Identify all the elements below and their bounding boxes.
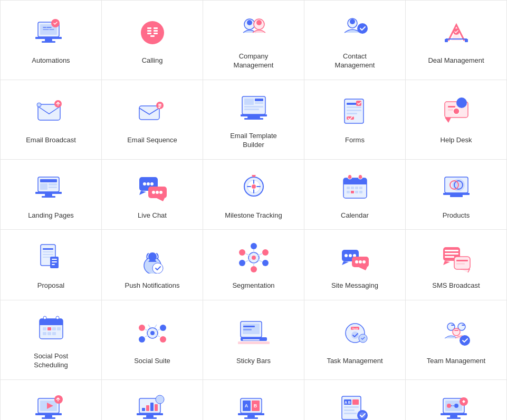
svg-rect-83 — [359, 187, 362, 189]
svg-rect-171 — [42, 417, 55, 419]
svg-rect-95 — [43, 248, 53, 250]
grid-item-sms-broadcast[interactable]: SMS Broadcast — [406, 230, 507, 300]
workflows-icon — [438, 389, 475, 420]
svg-rect-193 — [352, 399, 359, 405]
grid-item-calendar[interactable]: Calendar — [304, 160, 406, 230]
svg-rect-22 — [445, 39, 448, 42]
grid-item-email-template-builder[interactable]: Email TemplateBuilder — [203, 80, 304, 160]
grid-item-custom-reporting[interactable]: A B Custom Reporting — [304, 380, 406, 420]
svg-rect-150 — [243, 339, 260, 340]
svg-point-50 — [453, 108, 460, 114]
sticky-bars-icon — [235, 315, 272, 351]
svg-point-146 — [139, 336, 145, 343]
svg-rect-37 — [244, 109, 259, 110]
grid-item-segmentation[interactable]: Segmentation — [203, 230, 304, 300]
social-post-scheduling-label: Social PostScheduling — [34, 352, 68, 370]
calendar-label: Calendar — [341, 211, 369, 220]
grid-item-landing-pages[interactable]: Landing Pages — [1, 160, 102, 230]
svg-point-145 — [160, 336, 166, 343]
svg-rect-47 — [356, 101, 361, 106]
grid-item-company-management[interactable]: CompanyManagement — [203, 1, 304, 80]
site-messaging-label: Site Messaging — [331, 281, 378, 290]
svg-point-108 — [251, 243, 257, 249]
email-sequence-icon — [134, 94, 171, 131]
grid-item-email-sequence[interactable]: Email Sequence — [102, 80, 203, 160]
grid-item-task-management[interactable]: Task Task Management — [304, 300, 406, 380]
grid-item-email-broadcast[interactable]: Email Broadcast — [1, 80, 102, 160]
svg-rect-60 — [42, 196, 55, 198]
team-management-label: Team Management — [427, 357, 485, 366]
svg-point-121 — [362, 260, 366, 263]
grid-item-workflows[interactable]: Workflows — [406, 380, 507, 420]
grid-item-sticky-bars[interactable]: Sticky Bars — [203, 300, 304, 380]
automations-label: Automations — [32, 56, 70, 65]
svg-rect-84 — [347, 191, 350, 193]
grid-item-social-post-scheduling[interactable]: Social PostScheduling — [1, 300, 102, 380]
grid-item-milestone-tracking[interactable]: Milestone Tracking — [203, 160, 304, 230]
svg-rect-128 — [456, 263, 465, 265]
grid-item-calling[interactable]: Calling — [102, 1, 203, 80]
grid-item-deal-management[interactable]: Deal Management — [406, 1, 507, 80]
svg-rect-92 — [443, 193, 470, 195]
svg-rect-124 — [445, 253, 458, 255]
svg-point-120 — [359, 260, 362, 263]
svg-rect-9 — [147, 33, 151, 34]
svg-text:B: B — [253, 403, 257, 408]
contact-management-icon — [337, 10, 374, 47]
svg-rect-56 — [49, 183, 57, 185]
svg-point-143 — [139, 325, 145, 331]
calling-label: Calling — [142, 56, 163, 65]
svg-rect-153 — [238, 341, 270, 344]
grid-item-web-analytics[interactable]: Web Analytics — [102, 380, 203, 420]
svg-rect-51 — [448, 106, 455, 108]
segmentation-icon — [235, 239, 272, 276]
grid-item-push-notifications[interactable]: Push Notifications — [102, 230, 203, 300]
grid-item-forms[interactable]: Forms — [304, 80, 406, 160]
svg-point-110 — [262, 260, 269, 266]
sms-broadcast-icon — [438, 239, 475, 276]
svg-rect-100 — [52, 259, 57, 260]
grid-item-automations[interactable]: Automations — [1, 1, 102, 80]
grid-item-site-messaging[interactable]: Site Messaging — [304, 230, 406, 300]
forms-icon — [337, 94, 374, 131]
automations-icon — [33, 14, 70, 51]
live-chat-label: Live Chat — [138, 211, 167, 220]
svg-rect-58 — [35, 192, 62, 194]
svg-point-71 — [252, 184, 256, 189]
grid-item-products[interactable]: Products — [406, 160, 507, 230]
help-desk-icon — [438, 94, 475, 131]
grid-item-team-management[interactable]: Team Management — [406, 300, 507, 380]
svg-rect-132 — [43, 327, 46, 330]
video-templates-icon — [33, 389, 70, 420]
grid-item-video-templates[interactable]: Video Templates — [1, 380, 102, 420]
grid-item-social-suite[interactable]: Social Suite — [102, 300, 203, 380]
grid-item-live-chat[interactable]: Live Chat — [102, 160, 203, 230]
svg-rect-164 — [454, 330, 458, 331]
svg-point-20 — [357, 23, 368, 34]
svg-rect-80 — [347, 187, 350, 189]
svg-rect-3 — [45, 39, 52, 41]
grid-item-help-desk[interactable]: Help Desk — [406, 80, 507, 160]
grid-item-proposal[interactable]: Proposal — [1, 230, 102, 300]
custom-reporting-icon: A B — [337, 389, 374, 420]
svg-rect-98 — [43, 257, 50, 258]
svg-rect-35 — [255, 102, 263, 104]
task-management-label: Task Management — [327, 357, 382, 366]
svg-rect-82 — [355, 187, 358, 189]
svg-rect-55 — [40, 183, 47, 190]
grid-item-contact-management[interactable]: ContactManagement — [304, 1, 406, 80]
svg-rect-8 — [147, 30, 151, 32]
push-notifications-label: Push Notifications — [125, 281, 179, 290]
svg-rect-102 — [52, 264, 55, 265]
milestone-tracking-icon — [235, 169, 272, 206]
company-management-icon — [235, 10, 272, 47]
svg-rect-43 — [347, 106, 361, 108]
svg-rect-10 — [154, 27, 158, 29]
svg-point-49 — [456, 97, 467, 108]
svg-rect-39 — [247, 116, 260, 118]
svg-rect-177 — [142, 408, 145, 411]
svg-rect-38 — [241, 114, 267, 116]
ab-landing-pages-icon: A B — [235, 389, 272, 420]
grid-item-ab-landing-pages[interactable]: A B A/B Landing Pages — [203, 380, 304, 420]
svg-point-161 — [453, 328, 460, 336]
